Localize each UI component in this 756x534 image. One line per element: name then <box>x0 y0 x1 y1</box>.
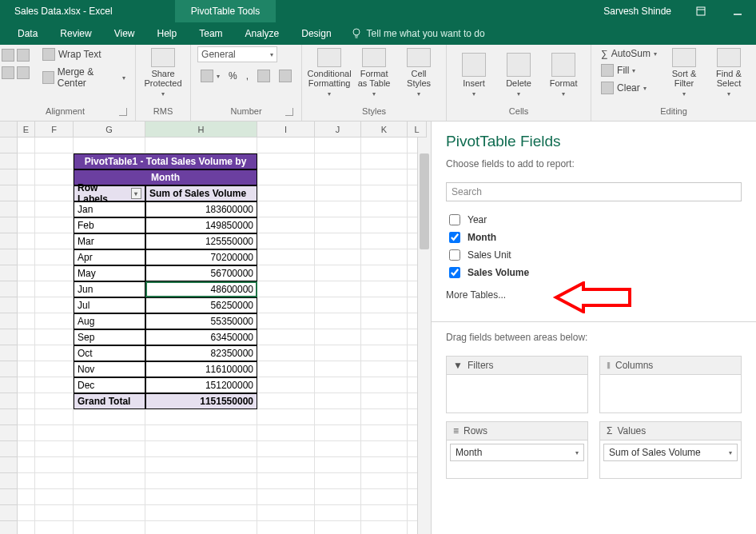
row-header[interactable] <box>0 297 18 313</box>
cell[interactable] <box>315 281 361 297</box>
row-header[interactable] <box>0 281 18 297</box>
cell[interactable] <box>35 137 74 153</box>
scroll-thumb[interactable] <box>420 153 429 249</box>
row-header[interactable] <box>0 169 18 185</box>
select-all-corner[interactable] <box>0 122 18 137</box>
cell[interactable] <box>361 153 408 169</box>
field-checkbox[interactable] <box>449 249 460 261</box>
cell[interactable] <box>18 201 35 217</box>
cell[interactable] <box>18 265 35 281</box>
column-header-K[interactable]: K <box>361 122 408 137</box>
cell[interactable] <box>361 473 408 489</box>
row-header[interactable] <box>0 137 18 153</box>
percent-button[interactable]: % <box>225 68 241 84</box>
conditional-formatting-button[interactable]: Conditional Formatting▾ <box>308 46 350 99</box>
cell[interactable] <box>18 457 35 473</box>
cell[interactable] <box>361 185 408 201</box>
cell[interactable] <box>145 473 257 489</box>
pivot-row-label[interactable]: Dec <box>74 377 145 393</box>
share-protected-button[interactable]: Share Protected▾ <box>142 46 184 99</box>
align-left-icon[interactable] <box>2 66 14 79</box>
cell[interactable] <box>18 185 35 201</box>
cell[interactable] <box>145 521 257 534</box>
cell[interactable] <box>315 297 361 313</box>
cell[interactable] <box>361 281 408 297</box>
cell[interactable] <box>257 217 315 233</box>
row-header[interactable] <box>0 377 18 393</box>
cell[interactable] <box>361 377 408 393</box>
cell[interactable] <box>315 505 361 521</box>
row-header[interactable] <box>0 329 18 345</box>
cell[interactable] <box>257 361 315 377</box>
pivot-row-label[interactable]: Aug <box>74 313 145 329</box>
cell[interactable] <box>18 297 35 313</box>
cell[interactable] <box>18 377 35 393</box>
cell[interactable] <box>35 217 74 233</box>
cell[interactable] <box>257 521 315 534</box>
rows-field-item[interactable]: Month▾ <box>450 444 584 461</box>
pivot-row-value[interactable]: 183600000 <box>145 201 257 217</box>
cell[interactable] <box>361 313 408 329</box>
cell[interactable] <box>257 137 315 153</box>
menu-analyze[interactable]: Analyze <box>234 22 291 45</box>
cell[interactable] <box>18 425 35 441</box>
column-header-J[interactable]: J <box>315 122 361 137</box>
cell[interactable] <box>361 297 408 313</box>
accounting-format-button[interactable]: ▾ <box>197 68 223 84</box>
cell[interactable] <box>145 425 257 441</box>
pivot-row-value[interactable]: 151200000 <box>145 377 257 393</box>
row-header[interactable] <box>0 457 18 473</box>
row-header[interactable] <box>0 409 18 425</box>
row-header[interactable] <box>0 201 18 217</box>
more-tables-link[interactable]: More Tables... <box>432 285 756 305</box>
cell[interactable] <box>35 345 74 361</box>
cell[interactable] <box>145 505 257 521</box>
pivot-row-label[interactable]: Jun <box>74 281 145 297</box>
cell[interactable] <box>257 153 315 169</box>
cell[interactable] <box>361 233 408 249</box>
comma-button[interactable]: , <box>243 68 252 84</box>
row-header[interactable] <box>0 217 18 233</box>
tell-me-search[interactable]: Tell me what you want to do <box>351 28 485 39</box>
values-field-item[interactable]: Sum of Sales Volume▾ <box>603 444 738 461</box>
delete-cells-button[interactable]: Delete▾ <box>498 46 539 99</box>
sort-filter-button[interactable]: Sort & Filter▾ <box>663 46 705 99</box>
cell[interactable] <box>35 281 74 297</box>
cell[interactable] <box>35 425 74 441</box>
cell[interactable] <box>257 473 315 489</box>
cell[interactable] <box>257 233 315 249</box>
insert-cells-button[interactable]: Insert▾ <box>453 46 495 99</box>
fill-button[interactable]: Fill▾ <box>598 62 660 78</box>
cell[interactable] <box>18 441 35 457</box>
cell[interactable] <box>361 345 408 361</box>
pivot-row-label[interactable]: Oct <box>74 345 145 361</box>
cell[interactable] <box>18 361 35 377</box>
cell[interactable] <box>18 137 35 153</box>
active-cell[interactable]: 48600000 <box>145 281 257 297</box>
cell[interactable] <box>35 441 74 457</box>
field-sales-unit[interactable]: Sales Unit <box>446 246 742 264</box>
cell[interactable] <box>315 441 361 457</box>
ribbon-display-options-button[interactable] <box>682 0 719 22</box>
column-header-H[interactable]: H <box>145 122 257 137</box>
increase-decimal-button[interactable] <box>254 68 273 84</box>
cell[interactable] <box>257 425 315 441</box>
column-header-G[interactable]: G <box>74 122 145 137</box>
cell[interactable] <box>361 169 408 185</box>
cell-styles-button[interactable]: Cell Styles▾ <box>398 46 440 99</box>
autosum-button[interactable]: ∑AutoSum▾ <box>598 46 660 61</box>
cell[interactable] <box>35 457 74 473</box>
cell[interactable] <box>361 249 408 265</box>
pivot-row-label[interactable]: Nov <box>74 361 145 377</box>
cell[interactable] <box>257 201 315 217</box>
cell[interactable] <box>315 377 361 393</box>
cell[interactable] <box>35 473 74 489</box>
cell[interactable] <box>315 217 361 233</box>
cell[interactable] <box>18 409 35 425</box>
cell[interactable] <box>35 153 74 169</box>
cell[interactable] <box>257 345 315 361</box>
number-launcher[interactable] <box>285 108 293 116</box>
cell[interactable] <box>35 313 74 329</box>
row-header[interactable] <box>0 505 18 521</box>
field-checkbox[interactable] <box>449 267 460 278</box>
